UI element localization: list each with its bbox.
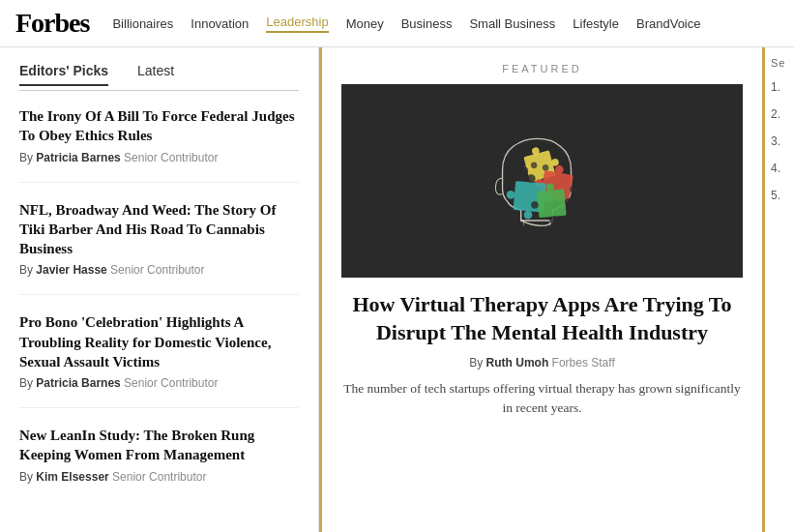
right-panel-item: 3.: [771, 134, 794, 148]
tab-editors-picks[interactable]: Editors' Picks: [19, 63, 108, 86]
featured-description: The number of tech startups offering vir…: [341, 379, 743, 419]
article-byline: By Kim Elsesser Senior Contributor: [19, 470, 299, 484]
nav-item-small-business[interactable]: Small Business: [469, 16, 555, 31]
article-byline: By Javier Hasse Senior Contributor: [19, 263, 299, 277]
article-byline: By Patricia Barnes Senior Contributor: [19, 151, 299, 164]
article-title[interactable]: Pro Bono 'Celebration' Highlights A Trou…: [19, 312, 299, 371]
header: Forbes BillionairesInnovationLeadershipM…: [0, 0, 794, 47]
article-item: The Irony Of A Bill To Force Federal Jud…: [19, 106, 299, 183]
article-author[interactable]: Patricia Barnes: [36, 151, 120, 164]
svg-rect-19: [537, 189, 567, 218]
right-panel-item: 1.: [771, 80, 794, 94]
right-panel-item: 4.: [771, 162, 794, 175]
article-role: Senior Contributor: [124, 376, 218, 390]
nav-item-billionaires[interactable]: Billionaires: [112, 16, 173, 31]
nav-item-money[interactable]: Money: [346, 16, 384, 31]
nav-item-leadership[interactable]: Leadership: [266, 15, 328, 33]
right-panel-title: Se: [771, 57, 794, 69]
article-title[interactable]: NFL, Broadway And Weed: The Story Of Tik…: [19, 200, 299, 259]
featured-byline: By Ruth Umoh Forbes Staff: [341, 356, 743, 369]
article-role: Senior Contributor: [124, 151, 218, 164]
featured-label: FEATURED: [341, 63, 743, 74]
right-items: 1.2.3.4.5.: [771, 80, 794, 202]
main-content: Editors' PicksLatest The Irony Of A Bill…: [0, 47, 794, 532]
nav-item-innovation[interactable]: Innovation: [191, 16, 249, 31]
article-title[interactable]: New LeanIn Study: The Broken Rung Keepin…: [19, 426, 299, 465]
tabs: Editors' PicksLatest: [19, 63, 299, 86]
nav-item-brandvoice[interactable]: BrandVoice: [636, 16, 701, 31]
featured-section: FEATURED: [319, 47, 765, 532]
article-author[interactable]: Kim Elsesser: [36, 470, 108, 484]
right-panel-item: 5.: [771, 189, 794, 202]
nav-item-business[interactable]: Business: [401, 16, 453, 31]
article-item: NFL, Broadway And Weed: The Story Of Tik…: [19, 200, 299, 296]
logo[interactable]: Forbes: [15, 8, 89, 39]
nav: BillionairesInnovationLeadershipMoneyBus…: [112, 15, 779, 33]
articles-list: The Irony Of A Bill To Force Federal Jud…: [19, 106, 299, 501]
article-author[interactable]: Patricia Barnes: [36, 376, 120, 390]
article-item: Pro Bono 'Celebration' Highlights A Trou…: [19, 312, 299, 408]
right-panel-item: 2.: [771, 107, 794, 121]
article-author[interactable]: Javier Hasse: [36, 263, 106, 277]
article-title[interactable]: The Irony Of A Bill To Force Federal Jud…: [19, 106, 299, 146]
featured-image[interactable]: [341, 84, 743, 278]
article-item: New LeanIn Study: The Broken Rung Keepin…: [19, 426, 299, 501]
featured-role: Forbes Staff: [552, 356, 615, 369]
nav-item-lifestyle[interactable]: Lifestyle: [573, 16, 619, 31]
article-byline: By Patricia Barnes Senior Contributor: [19, 376, 299, 390]
featured-by: By: [469, 356, 485, 369]
sidebar: Editors' PicksLatest The Irony Of A Bill…: [0, 47, 319, 532]
featured-title[interactable]: How Virtual Therapy Apps Are Trying To D…: [341, 291, 743, 346]
featured-author[interactable]: Ruth Umoh: [486, 356, 549, 369]
sidebar-divider: [19, 90, 299, 91]
article-role: Senior Contributor: [112, 470, 206, 484]
tab-latest[interactable]: Latest: [137, 63, 174, 86]
article-role: Senior Contributor: [110, 263, 204, 277]
right-panel: Se 1.2.3.4.5.: [765, 47, 794, 532]
